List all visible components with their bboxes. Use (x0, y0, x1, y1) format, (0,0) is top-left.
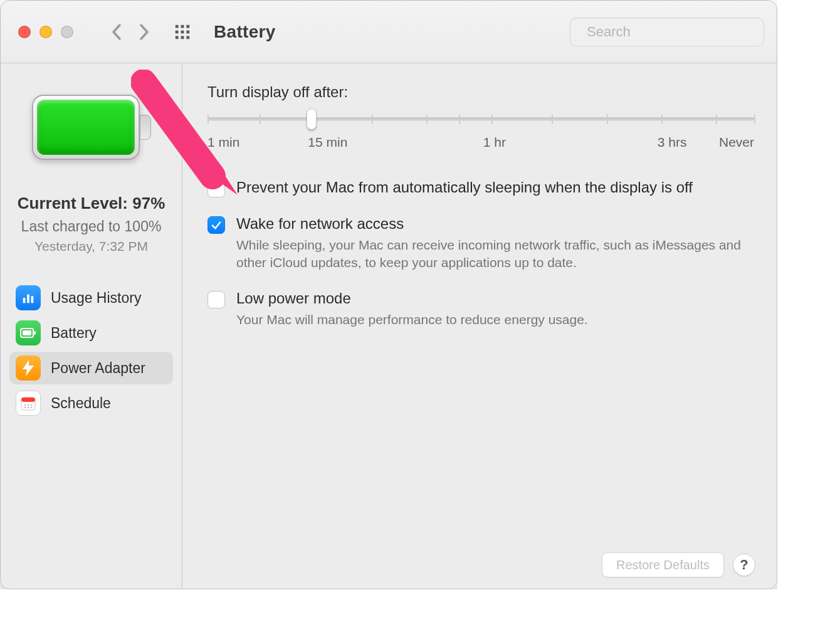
svg-rect-3 (176, 30, 179, 33)
window-controls (18, 26, 73, 38)
checkbox[interactable] (207, 180, 225, 197)
last-charged-label: Last charged to 100% (1, 218, 182, 235)
search-field[interactable] (570, 18, 764, 46)
grid-icon (175, 23, 190, 41)
tick-label: 1 min (207, 135, 239, 150)
sidebar-list: Usage History Battery Power Adapter (1, 282, 182, 419)
option-desc: Your Mac will manage performance to redu… (236, 311, 754, 329)
svg-rect-15 (23, 330, 31, 335)
battery-icon (16, 320, 41, 345)
window-title: Battery (214, 22, 276, 42)
svg-point-22 (31, 404, 33, 406)
sidebar-item-usage-history[interactable]: Usage History (9, 282, 173, 314)
option-wake-network[interactable]: Wake for network access While sleeping, … (207, 215, 754, 272)
show-all-prefs-button[interactable] (171, 21, 194, 43)
svg-rect-16 (34, 331, 36, 335)
tick-label: 15 min (308, 135, 347, 150)
svg-point-20 (24, 404, 26, 406)
sidebar-item-label: Power Adapter (51, 360, 145, 377)
main-panel: Turn display off after: (182, 63, 777, 589)
calendar-icon (16, 391, 41, 416)
last-charged-date: Yesterday, 7:32 PM (1, 239, 182, 254)
svg-point-24 (28, 407, 29, 409)
tick-label: 1 hr (483, 135, 506, 150)
option-title: Prevent your Mac from automatically slee… (236, 179, 754, 196)
option-prevent-sleep[interactable]: Prevent your Mac from automatically slee… (207, 179, 754, 197)
checkbox[interactable] (207, 291, 225, 308)
battery-prefs-window: Battery Current Level: 97% Last charged … (0, 0, 777, 589)
minimize-window-button[interactable] (39, 26, 52, 38)
chevron-left-icon (111, 23, 122, 41)
back-button[interactable] (107, 20, 126, 44)
svg-rect-6 (176, 36, 179, 39)
sidebar-item-label: Usage History (51, 290, 141, 307)
tick-label: 3 hrs (658, 135, 687, 150)
bolt-icon (16, 355, 41, 381)
check-icon (211, 219, 222, 231)
toolbar: Battery (1, 1, 777, 63)
svg-point-25 (31, 407, 33, 409)
search-input[interactable] (585, 23, 760, 41)
forward-button[interactable] (135, 20, 154, 44)
svg-rect-19 (21, 397, 35, 402)
svg-rect-11 (23, 298, 26, 303)
svg-rect-8 (186, 36, 189, 39)
svg-marker-17 (23, 360, 34, 376)
svg-rect-0 (176, 24, 179, 28)
sidebar: Current Level: 97% Last charged to 100% … (1, 63, 182, 589)
svg-point-21 (28, 404, 29, 406)
svg-rect-7 (181, 36, 184, 39)
sidebar-item-label: Schedule (51, 395, 111, 412)
sidebar-item-schedule[interactable]: Schedule (9, 387, 173, 419)
restore-defaults-button[interactable]: Restore Defaults (602, 552, 724, 577)
help-button[interactable]: ? (733, 554, 755, 576)
svg-rect-5 (186, 30, 189, 33)
svg-rect-13 (31, 296, 34, 303)
chevron-right-icon (139, 23, 150, 41)
options-list: Prevent your Mac from automatically slee… (207, 179, 754, 329)
option-title: Wake for network access (236, 215, 754, 233)
sidebar-item-label: Battery (51, 325, 97, 342)
svg-rect-4 (181, 30, 184, 33)
current-level-label: Current Level: 97% (1, 194, 182, 213)
sidebar-item-power-adapter[interactable]: Power Adapter (9, 352, 173, 384)
zoom-window-button[interactable] (61, 26, 73, 38)
close-window-button[interactable] (18, 26, 31, 38)
sidebar-item-battery[interactable]: Battery (9, 317, 173, 349)
option-low-power[interactable]: Low power mode Your Mac will manage perf… (207, 290, 754, 329)
option-title: Low power mode (236, 290, 754, 307)
svg-rect-2 (186, 24, 189, 28)
option-desc: While sleeping, your Mac can receive inc… (236, 236, 754, 272)
svg-rect-12 (27, 295, 29, 303)
svg-point-23 (24, 407, 26, 409)
display-off-slider[interactable]: 1 min 15 min 1 hr 3 hrs Never (207, 110, 754, 151)
svg-rect-1 (181, 24, 184, 28)
chart-icon (16, 285, 41, 310)
tick-label: Never (719, 135, 754, 150)
display-off-label: Turn display off after: (207, 83, 754, 101)
checkbox[interactable] (207, 216, 225, 234)
battery-large-icon (1, 95, 182, 160)
slider-thumb[interactable] (307, 108, 317, 130)
